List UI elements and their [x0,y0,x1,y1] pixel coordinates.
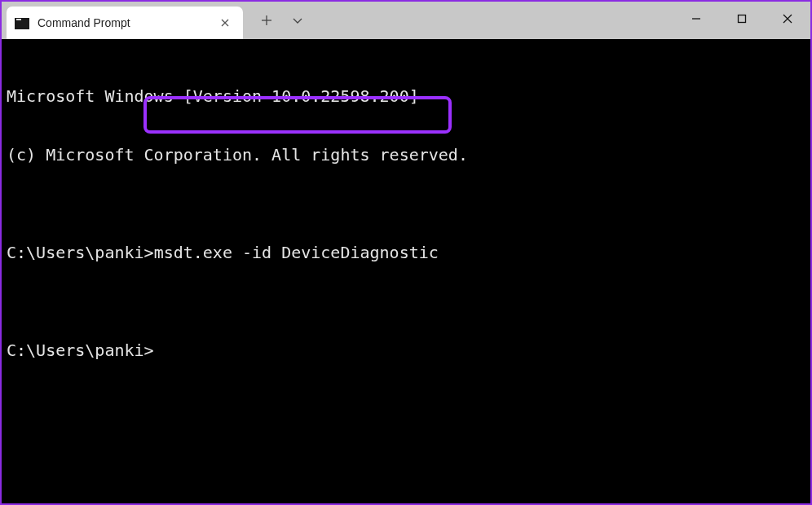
prompt-prefix: C:\Users\panki> [7,243,154,262]
tab-actions [243,2,303,39]
chevron-down-icon [292,15,303,26]
svg-rect-5 [739,15,746,23]
close-window-button[interactable] [765,2,810,36]
minimize-button[interactable] [673,2,719,36]
window-controls [673,2,810,36]
plus-icon [261,15,272,26]
close-icon [783,14,792,24]
titlebar: Command Prompt [2,2,810,39]
minimize-icon [691,14,701,24]
prompt-command: msdt.exe -id DeviceDiagnostic [154,243,439,262]
tab-dropdown-button[interactable] [292,15,303,26]
terminal-prompt-line: C:\Users\panki>msdt.exe -id DeviceDiagno… [7,243,805,262]
maximize-icon [737,14,747,24]
terminal-area[interactable]: Microsoft Windows [Version 10.0.22598.20… [2,39,810,503]
new-tab-button[interactable] [261,15,272,26]
tab-command-prompt[interactable]: Command Prompt [7,7,243,39]
terminal-prompt-line: C:\Users\panki> [7,340,805,360]
terminal-line: Microsoft Windows [Version 10.0.22598.20… [7,86,805,106]
tab-title: Command Prompt [38,16,130,29]
maximize-button[interactable] [719,2,765,36]
cmd-icon [15,18,29,29]
close-icon [221,19,229,27]
close-tab-button[interactable] [215,13,235,33]
terminal-line: (c) Microsoft Corporation. All rights re… [7,145,805,165]
